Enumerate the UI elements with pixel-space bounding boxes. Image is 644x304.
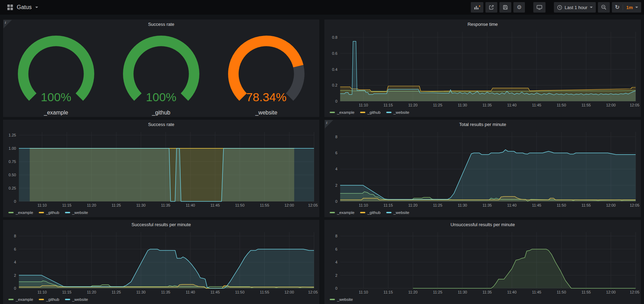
panel-title[interactable]: Success rate [3, 20, 319, 29]
svg-text:0.8: 0.8 [332, 35, 337, 39]
svg-text:11:35: 11:35 [161, 290, 170, 294]
svg-text:12:05: 12:05 [308, 290, 318, 294]
legend-item-_website[interactable]: _website [65, 297, 88, 302]
panel-success-rate-gauges: i Success rate 100% _example 100% _githu… [3, 20, 319, 117]
legend-item-_website[interactable]: _website [65, 210, 88, 215]
panel-unsuccessful-results: Unsuccessful results per minute 0246811:… [324, 220, 641, 304]
gauge-website: 78.34% _website [214, 29, 319, 117]
svg-text:1.25: 1.25 [9, 133, 16, 137]
legend-item-_example[interactable]: _example [8, 297, 33, 302]
legend-item-_example[interactable]: _example [330, 110, 354, 114]
clock-icon [557, 5, 562, 10]
svg-text:11:40: 11:40 [507, 103, 517, 107]
legend-item-_github[interactable]: _github [39, 297, 59, 302]
panel-title[interactable]: Total results per minute [325, 120, 641, 129]
legend-label: _website [72, 297, 88, 302]
gauge-arc: 100% [109, 29, 214, 109]
legend-marker [330, 212, 335, 213]
share-icon [489, 5, 494, 10]
success-rate-chart[interactable]: 00.250.500.751.001.2511:1011:1511:2011:2… [3, 129, 319, 208]
panel-success-rate-chart: Success rate 00.250.500.751.001.2511:101… [3, 120, 319, 217]
dashboard-grid-icon [7, 4, 13, 10]
legend-item-_website[interactable]: _website [330, 297, 353, 302]
svg-text:11:55: 11:55 [260, 203, 269, 207]
chevron-down-icon [635, 7, 638, 8]
navbar-actions: ⚙ Last 1 hour [471, 2, 641, 13]
gauges-row: 100% _example 100% _github 78.34% _websi… [3, 29, 319, 117]
legend-marker [39, 212, 44, 213]
svg-text:11:25: 11:25 [111, 290, 121, 294]
legend-item-_github[interactable]: _github [360, 210, 381, 215]
svg-text:1.00: 1.00 [9, 146, 16, 150]
share-button[interactable] [485, 2, 497, 13]
svg-text:11:55: 11:55 [581, 290, 591, 294]
svg-text:12:00: 12:00 [606, 103, 616, 107]
legend-marker [386, 212, 391, 213]
svg-text:11:15: 11:15 [383, 203, 393, 207]
refresh-button[interactable]: ↻ [612, 2, 623, 13]
panel-title[interactable]: Unsuccessful results per minute [325, 220, 641, 229]
legend-marker [39, 299, 44, 300]
panel-title[interactable]: Response time [325, 20, 641, 29]
svg-text:11:25: 11:25 [433, 203, 442, 207]
panel-title[interactable]: Successful results per minute [3, 220, 319, 229]
svg-text:11:10: 11:10 [359, 290, 368, 294]
chart-legend: _example_github_website [325, 208, 641, 217]
svg-text:11:15: 11:15 [383, 290, 393, 294]
chart-legend: _example_github_website [3, 295, 319, 304]
dashboard-picker[interactable]: Gatus [3, 4, 38, 10]
svg-text:11:45: 11:45 [532, 103, 541, 107]
chart-legend: _example_github_website [3, 208, 319, 217]
svg-text:0: 0 [335, 199, 337, 203]
svg-text:8: 8 [335, 135, 337, 139]
settings-button[interactable]: ⚙ [513, 2, 525, 13]
legend-label: _github [367, 110, 381, 114]
refresh-interval-button[interactable]: 1m [623, 2, 641, 13]
legend-item-_github[interactable]: _github [360, 110, 381, 114]
legend-label: _github [46, 297, 59, 302]
legend-item-_example[interactable]: _example [330, 210, 354, 215]
panel-title[interactable]: Success rate [3, 120, 319, 129]
svg-text:11:40: 11:40 [186, 203, 195, 207]
gauge-arc: 78.34% [214, 29, 319, 109]
response-time-chart[interactable]: 00.20.40.60.811:1011:1511:2011:2511:3011… [325, 29, 641, 108]
add-panel-button[interactable] [471, 2, 483, 13]
gauge-label: _website [255, 109, 277, 117]
time-range-button[interactable]: Last 1 hour [554, 2, 596, 13]
legend-item-_example[interactable]: _example [8, 210, 33, 215]
legend-item-_website[interactable]: _website [386, 110, 409, 114]
legend-item-_website[interactable]: _website [386, 210, 409, 215]
chart-legend: _example_github_website [325, 108, 641, 117]
legend-label: _example [337, 210, 354, 215]
successful-results-chart[interactable]: 0246811:1011:1511:2011:2511:3011:3511:40… [3, 229, 319, 295]
save-icon [503, 5, 508, 10]
total-results-chart[interactable]: 0246811:1011:1511:2011:2511:3011:3511:40… [325, 129, 641, 208]
legend-label: _github [46, 210, 59, 215]
tv-mode-icon [536, 5, 542, 10]
unsuccessful-results-chart[interactable]: 0246811:1011:1511:2011:2511:3011:3511:40… [325, 229, 641, 295]
tv-mode-button[interactable] [533, 2, 546, 13]
svg-text:11:55: 11:55 [581, 203, 591, 207]
svg-text:11:30: 11:30 [458, 103, 467, 107]
legend-marker [360, 212, 365, 213]
svg-text:6: 6 [14, 247, 16, 251]
save-button[interactable] [499, 2, 511, 13]
legend-label: _example [16, 210, 33, 215]
svg-text:6: 6 [335, 151, 337, 155]
panel-info-icon[interactable]: i [325, 120, 333, 128]
legend-label: _example [16, 297, 33, 302]
svg-text:11:25: 11:25 [111, 203, 121, 207]
svg-text:2: 2 [335, 273, 337, 277]
svg-text:12:05: 12:05 [630, 290, 639, 294]
panel-info-icon[interactable]: i [3, 20, 12, 28]
zoom-out-button[interactable] [598, 2, 610, 13]
gauge-arc: 100% [3, 29, 109, 109]
svg-text:11:55: 11:55 [260, 290, 269, 294]
add-panel-icon [474, 5, 480, 10]
legend-marker [65, 299, 70, 300]
svg-text:11:15: 11:15 [62, 203, 72, 207]
series-fill-_website [19, 249, 314, 288]
panel-successful-results: Successful results per minute 0246811:10… [3, 220, 319, 304]
legend-label: _github [367, 210, 381, 215]
legend-item-_github[interactable]: _github [39, 210, 59, 215]
